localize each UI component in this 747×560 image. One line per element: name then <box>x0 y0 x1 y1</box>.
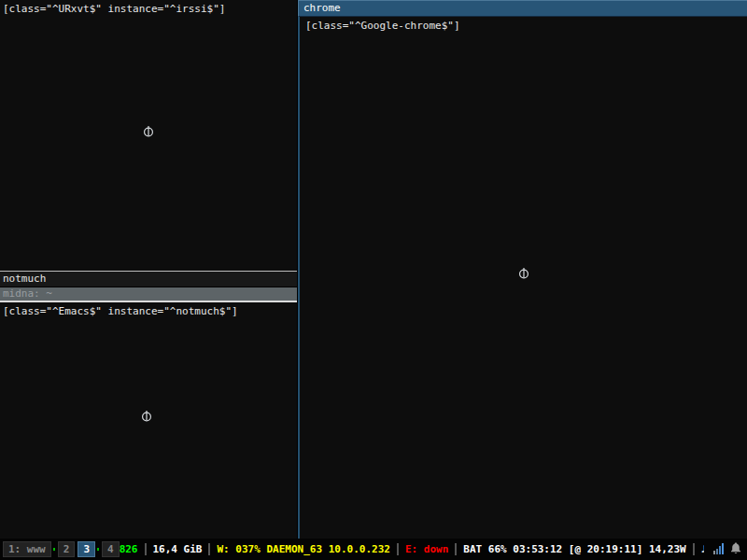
titlebar-chrome-label: chrome <box>303 2 341 14</box>
status-memory: 16,4 GiB <box>153 543 203 555</box>
status-separator <box>693 543 695 555</box>
desktop: [class="^URxvt$" instance="^irssi$"] not… <box>0 0 747 560</box>
status-battery: BAT 66% 03:53:12 [@ 20:19:11] 14,23W <box>463 543 685 555</box>
workspace-separator-dot <box>53 548 55 551</box>
status-mail-count: 826 <box>120 543 138 555</box>
swallow-criteria-emacs: [class="^Emacs$" instance="^notmuch$"] <box>3 305 238 317</box>
statusline: 82616,4 GiBW: 037% DAEMON_63 10.0.0.232E… <box>120 543 704 555</box>
bell-icon[interactable] <box>730 542 741 554</box>
swallow-criteria-chrome: [class="^Google-chrome$"] <box>305 20 460 32</box>
signal-strength-icon[interactable] <box>713 543 724 554</box>
placeholder-window-emacs[interactable]: [class="^Emacs$" instance="^notmuch$"] <box>0 302 297 539</box>
workspace-button-2[interactable]: 2 <box>58 541 76 557</box>
workspace-button-4[interactable]: 4 <box>102 541 120 557</box>
status-bar: 1: www234 82616,4 GiBW: 037% DAEMON_63 1… <box>0 539 747 560</box>
titlebar-chrome[interactable]: chrome <box>298 0 747 17</box>
workspace-switcher: 1: www234 <box>0 541 120 557</box>
titlebar-terminal[interactable]: midna: ~ <box>0 287 297 301</box>
workspace-button-1[interactable]: 1: www <box>3 541 51 557</box>
placeholder-window-chrome[interactable]: chrome [class="^Google-chrome$"] <box>298 0 747 539</box>
titlebar-notmuch[interactable]: notmuch <box>0 271 297 287</box>
status-separator <box>455 543 457 555</box>
chrome-window-content[interactable]: [class="^Google-chrome$"] <box>298 17 747 539</box>
workspace-separator-dot <box>97 548 99 551</box>
status-wifi: W: 037% DAEMON_63 10.0.0.232 <box>217 543 389 555</box>
system-tray <box>713 542 741 554</box>
status-separator <box>208 543 210 555</box>
status-separator <box>145 543 147 555</box>
power-circle-icon <box>143 125 154 138</box>
titlebar-terminal-label: midna: ~ <box>3 287 52 300</box>
workspace-button-3[interactable]: 3 <box>78 541 95 557</box>
power-circle-icon <box>141 410 152 423</box>
power-circle-icon <box>518 267 529 280</box>
placeholder-window-irssi[interactable]: [class="^URxvt$" instance="^irssi$"] <box>0 0 297 271</box>
status-ethernet: E: down <box>405 543 448 555</box>
titlebar-notmuch-label: notmuch <box>3 273 46 285</box>
status-volume: ♪: 96% <box>701 543 704 555</box>
swallow-criteria-irssi: [class="^URxvt$" instance="^irssi$"] <box>3 3 225 15</box>
status-separator <box>397 543 399 555</box>
